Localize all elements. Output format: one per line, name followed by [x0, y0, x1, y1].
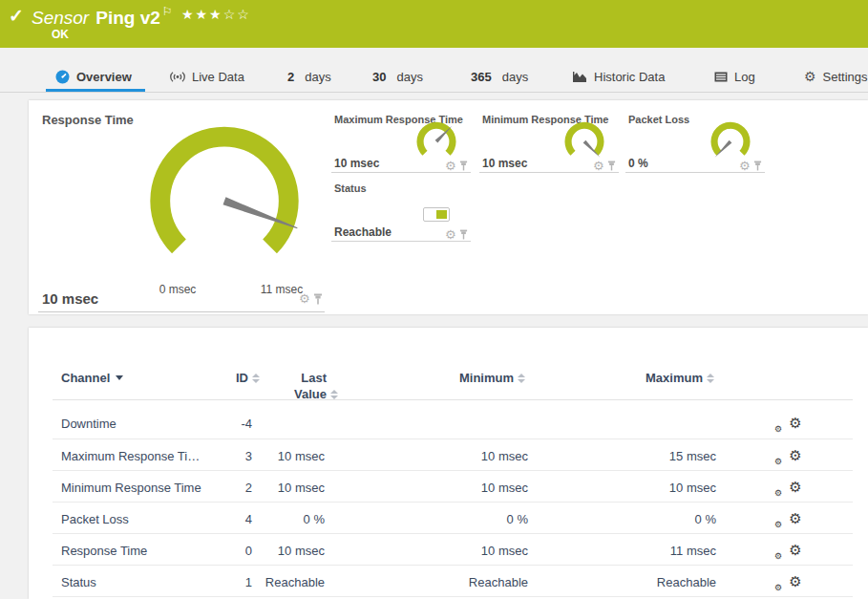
sort-icon	[330, 390, 338, 399]
channel-settings-icon[interactable]: ⚙⚙	[779, 448, 812, 463]
historic-data-icon	[573, 71, 587, 83]
channel-settings-icon[interactable]: ⚙⚙	[779, 574, 812, 589]
channel-last-value: 10 msec	[258, 448, 325, 462]
channel-minimum: 10 msec	[411, 543, 528, 557]
response-time-gauge	[138, 121, 310, 293]
channel-id: 0	[206, 543, 252, 557]
table-row[interactable]: Minimum Response Time 2 10 msec 10 msec …	[29, 471, 868, 503]
pin-icon[interactable]	[459, 160, 468, 171]
gear-icon: ⚙	[789, 415, 801, 431]
sensor-name: Ping v2	[95, 8, 160, 28]
pin-icon[interactable]	[313, 293, 323, 305]
gear-icon[interactable]: ⚙	[299, 292, 310, 305]
channel-settings-icon[interactable]: ⚙⚙	[779, 480, 812, 495]
channel-id: 3	[206, 448, 252, 462]
tile-title: Packet Loss	[628, 114, 689, 125]
column-header-channel[interactable]: Channel	[61, 371, 123, 385]
tab-2-days[interactable]: 2 days	[287, 63, 331, 90]
tab-label: Historic Data	[594, 70, 665, 84]
column-header-minimum[interactable]: Minimum	[411, 371, 525, 385]
channel-id: 4	[206, 511, 252, 525]
status-toggle-knob	[436, 210, 447, 219]
settings-icon: ⚙	[804, 70, 816, 83]
gear-icon: ⚙	[789, 542, 801, 558]
channel-last-value: Reachable	[258, 574, 325, 588]
tile-separator	[479, 172, 619, 173]
gear-icon[interactable]: ⚙	[445, 160, 456, 172]
gear-icon[interactable]: ⚙	[593, 160, 604, 172]
tile-value: 10 msec	[482, 157, 527, 170]
table-row[interactable]: Response Time 0 10 msec 10 msec 11 msec …	[29, 534, 868, 566]
tab-log[interactable]: Log	[714, 63, 755, 90]
tab-label: Settings	[823, 70, 868, 84]
column-label: Channel	[61, 371, 110, 385]
status-toggle	[423, 207, 450, 222]
gauge-min-label: 0 msec	[147, 283, 208, 296]
table-row[interactable]: Downtime -4 ⚙⚙	[29, 399, 868, 439]
tab-365-days[interactable]: 365 days	[471, 63, 528, 90]
tab-number: 2	[287, 70, 294, 84]
channel-maximum: 15 msec	[602, 448, 716, 462]
tile-value: Reachable	[334, 225, 392, 239]
column-header-last-value[interactable]: Last Value	[258, 371, 338, 401]
pin-icon[interactable]	[753, 160, 762, 171]
channel-rows: Downtime -4 ⚙⚙ Maximum Response Ti… 3 10…	[29, 399, 868, 597]
tab-label: Log	[734, 70, 755, 84]
tile-separator	[331, 172, 471, 173]
tab-30-days[interactable]: 30 days	[372, 63, 423, 90]
gauge-icon	[55, 70, 70, 84]
column-label: ID	[236, 371, 248, 385]
pin-icon[interactable]	[607, 160, 616, 171]
tabbar-divider	[0, 92, 868, 93]
gear-icon[interactable]: ⚙	[739, 160, 751, 172]
gear-icon: ⚙	[774, 584, 782, 592]
column-header-id[interactable]: ID	[206, 371, 260, 385]
channel-minimum: Reachable	[411, 574, 528, 588]
table-row[interactable]: Packet Loss 4 0 % 0 % 0 % ⚙⚙	[29, 503, 868, 534]
tab-settings[interactable]: ⚙ Settings	[804, 63, 868, 90]
channel-settings-icon[interactable]: ⚙⚙	[779, 416, 812, 431]
priority-rating[interactable]: ★★★☆☆	[181, 7, 251, 22]
gear-icon: ⚙	[774, 458, 782, 466]
sensor-status-badge: OK	[52, 28, 69, 41]
channel-settings-icon[interactable]: ⚙⚙	[779, 543, 812, 558]
live-data-icon	[170, 71, 185, 83]
tile-minimum-response-time: Minimum Response Time 10 msec ⚙	[482, 114, 621, 175]
tab-number: 365	[471, 70, 492, 84]
pin-icon[interactable]	[459, 229, 468, 240]
channel-id: -4	[206, 417, 252, 431]
column-label: Maximum	[646, 371, 703, 385]
table-row[interactable]: Maximum Response Ti… 3 10 msec 10 msec 1…	[29, 439, 868, 471]
sort-icon	[707, 374, 714, 383]
channel-maximum: 0 %	[602, 511, 716, 525]
tab-live-data[interactable]: Live Data	[170, 63, 244, 90]
tab-overview[interactable]: Overview	[55, 63, 132, 90]
channel-maximum: 11 msec	[602, 543, 716, 557]
main-gauge-title: Response Time	[42, 113, 134, 127]
flag-icon[interactable]: ⚐	[162, 5, 173, 18]
tab-label: Overview	[76, 70, 132, 84]
tab-number: 30	[372, 70, 386, 84]
gear-icon: ⚙	[774, 552, 782, 561]
tile-value: 0 %	[628, 157, 648, 170]
status-ok-check-icon: ✓	[9, 5, 24, 27]
tile-actions: ⚙	[593, 160, 616, 172]
tab-label: days	[305, 70, 330, 84]
channel-minimum: 0 %	[411, 511, 528, 525]
channel-settings-icon[interactable]: ⚙⚙	[779, 511, 812, 526]
stars-filled: ★★★	[181, 7, 223, 22]
column-label: Minimum	[459, 371, 514, 385]
response-time-value: 10 msec	[42, 290, 98, 307]
column-header-maximum[interactable]: Maximum	[602, 371, 714, 385]
gear-icon: ⚙	[789, 510, 801, 526]
tile-value: 10 msec	[334, 157, 379, 170]
tile-actions: ⚙	[445, 228, 468, 241]
main-gauge-actions: ⚙	[299, 292, 323, 305]
sort-desc-icon	[116, 375, 123, 380]
gear-icon[interactable]: ⚙	[445, 228, 456, 241]
tab-historic-data[interactable]: Historic Data	[573, 63, 665, 90]
table-row[interactable]: Status 1 Reachable Reachable Reachable ⚙…	[29, 566, 868, 597]
tab-label: days	[396, 70, 422, 84]
channel-last-value: 0 %	[258, 511, 325, 525]
sensor-header: ✓ SensorPing v2⚐ ★★★☆☆ OK	[0, 0, 868, 48]
